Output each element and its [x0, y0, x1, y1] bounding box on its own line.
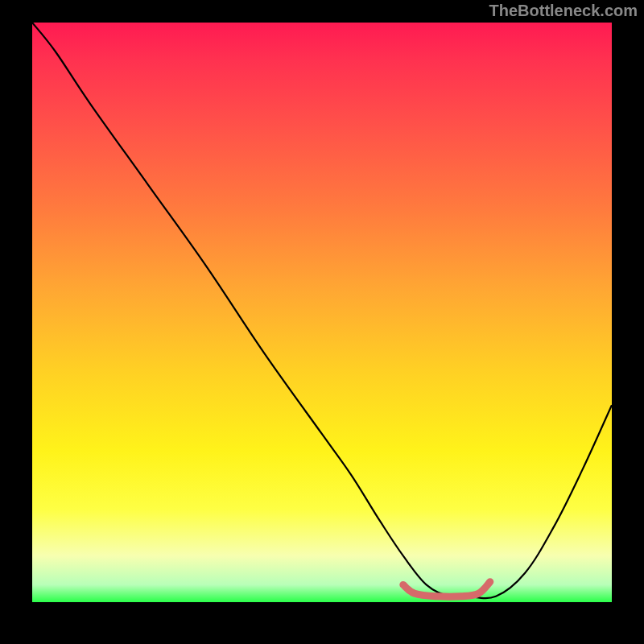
plot-area [32, 23, 612, 602]
bottleneck-curve-svg [32, 23, 612, 602]
optimal-range-path [403, 582, 490, 597]
watermark-text: TheBottleneck.com [489, 2, 638, 20]
bottleneck-curve-path [32, 23, 612, 598]
chart-frame: TheBottleneck.com [0, 0, 644, 644]
